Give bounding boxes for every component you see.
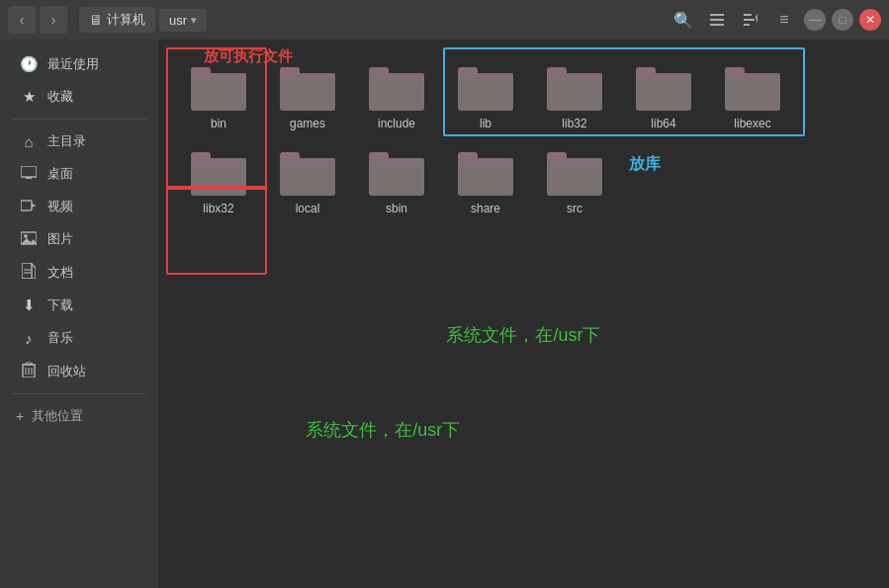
- svg-rect-0: [710, 14, 724, 16]
- breadcrumb: 🖥 计算机 usr ▾: [79, 7, 666, 33]
- folder-item-lib[interactable]: lib: [441, 55, 530, 140]
- folder-icon-sbin: [369, 150, 424, 198]
- folder-name-games: games: [290, 117, 325, 132]
- nav-back-button[interactable]: ‹: [8, 6, 36, 34]
- folder-item-libexec[interactable]: libexec: [708, 55, 797, 140]
- folder-icon-share: [458, 150, 513, 198]
- folder-item-share[interactable]: share: [441, 140, 530, 225]
- svg-rect-31: [369, 73, 424, 81]
- folder-item-local[interactable]: local: [263, 140, 352, 225]
- folder-name-bin: bin: [211, 117, 226, 132]
- svg-rect-58: [547, 158, 602, 166]
- window-minimize-button[interactable]: —: [804, 9, 826, 31]
- downloads-icon: ⬇: [20, 296, 38, 314]
- sidebar-item-desktop[interactable]: 桌面: [4, 158, 154, 190]
- sidebar-item-other-places[interactable]: + 其他位置: [0, 400, 158, 432]
- svg-rect-46: [191, 158, 246, 166]
- nav-forward-button[interactable]: ›: [40, 6, 67, 34]
- svg-rect-2: [710, 24, 724, 26]
- titlebar: ‹ › 🖥 计算机 usr ▾ 🔍 ≡: [0, 0, 889, 40]
- file-grid: bin games include: [174, 55, 873, 224]
- folder-name-include: include: [378, 117, 415, 132]
- sidebar-item-music[interactable]: ♪ 音乐: [4, 322, 154, 354]
- svg-rect-34: [458, 73, 513, 81]
- folder-name-local: local: [296, 202, 320, 217]
- svg-rect-4: [744, 19, 755, 21]
- sidebar-item-downloads[interactable]: ⬇ 下载: [4, 290, 154, 321]
- breadcrumb-dropdown-icon: ▾: [191, 14, 197, 27]
- svg-rect-14: [22, 263, 32, 279]
- svg-point-12: [24, 234, 28, 238]
- system-text: 系统文件，在/usr下: [446, 325, 600, 345]
- folder-icon-src: [547, 150, 602, 198]
- trash-icon: [20, 362, 38, 380]
- sidebar-item-recent[interactable]: 🕐 最近使用: [4, 48, 154, 80]
- svg-rect-7: [21, 166, 37, 177]
- search-button[interactable]: 🔍: [669, 6, 697, 34]
- svg-rect-9: [21, 201, 32, 210]
- breadcrumb-usr[interactable]: usr ▾: [159, 9, 207, 32]
- sidebar-item-documents[interactable]: 文档: [4, 256, 154, 289]
- documents-icon: [20, 263, 38, 282]
- folder-name-lib: lib: [480, 117, 491, 132]
- folder-item-bin[interactable]: bin: [174, 55, 263, 140]
- folder-item-src[interactable]: src: [530, 140, 619, 225]
- svg-rect-52: [369, 158, 424, 166]
- sidebar-item-favorites[interactable]: ★ 收藏: [4, 81, 154, 113]
- folder-icon-lib32: [547, 65, 602, 113]
- titlebar-actions: 🔍 ≡ — □ ✕: [669, 6, 881, 34]
- svg-rect-25: [191, 73, 246, 81]
- svg-marker-6: [756, 14, 757, 24]
- folder-name-libx32: libx32: [203, 202, 233, 217]
- breadcrumb-computer[interactable]: 🖥 计算机: [79, 7, 155, 33]
- svg-rect-37: [547, 73, 602, 81]
- svg-rect-55: [458, 158, 513, 166]
- folder-icon-lib: [458, 65, 513, 113]
- svg-rect-1: [710, 19, 724, 21]
- folder-name-src: src: [567, 202, 582, 217]
- star-icon: ★: [20, 88, 38, 106]
- desktop-icon: [20, 166, 38, 183]
- svg-marker-10: [32, 204, 37, 208]
- sidebar-item-home[interactable]: ⌂ 主目录: [4, 126, 154, 157]
- computer-icon: 🖥: [89, 12, 103, 28]
- folder-item-sbin[interactable]: sbin: [352, 140, 441, 225]
- folder-item-lib64[interactable]: lib64: [619, 55, 708, 140]
- svg-rect-5: [744, 24, 750, 26]
- svg-rect-8: [26, 177, 32, 179]
- main-area: 🕐 最近使用 ★ 收藏 ⌂ 主目录 桌面 视频 图片: [0, 40, 889, 588]
- system-annotation: 系统文件，在/usr下: [174, 323, 873, 347]
- folder-icon-lib64: [636, 65, 691, 113]
- view-sort-button[interactable]: [737, 6, 764, 34]
- window-maximize-button[interactable]: □: [832, 9, 853, 31]
- folder-item-games[interactable]: games: [263, 55, 352, 140]
- folder-item-include[interactable]: include: [352, 55, 441, 140]
- sidebar: 🕐 最近使用 ★ 收藏 ⌂ 主目录 桌面 视频 图片: [0, 40, 158, 588]
- folder-icon-include: [369, 65, 424, 113]
- svg-rect-43: [725, 73, 780, 81]
- folder-icon-libx32: [191, 150, 246, 198]
- sidebar-item-videos[interactable]: 视频: [4, 191, 154, 222]
- svg-rect-3: [744, 14, 752, 16]
- folder-icon-local: [280, 150, 335, 198]
- sidebar-divider-1: [12, 119, 146, 120]
- clock-icon: 🕐: [20, 55, 38, 73]
- view-list-button[interactable]: [703, 6, 731, 34]
- sidebar-item-pictures[interactable]: 图片: [4, 223, 154, 255]
- folder-item-lib32[interactable]: lib32: [530, 55, 619, 140]
- bottom-annotation: 系统文件，在/usr下: [306, 418, 460, 442]
- content-wrapper: bin games include: [174, 55, 873, 224]
- sidebar-divider-2: [12, 393, 146, 394]
- svg-rect-40: [636, 73, 691, 81]
- folder-name-share: share: [471, 202, 500, 217]
- folder-item-libx32[interactable]: libx32: [174, 140, 263, 225]
- folder-name-lib32: lib32: [562, 117, 586, 132]
- folder-name-libexec: libexec: [734, 117, 770, 132]
- home-icon: ⌂: [20, 133, 38, 150]
- folder-icon-bin: [191, 65, 246, 113]
- folder-icon-games: [280, 65, 335, 113]
- menu-button[interactable]: ≡: [770, 6, 798, 34]
- folder-icon-libexec: [725, 65, 780, 113]
- window-close-button[interactable]: ✕: [859, 9, 881, 31]
- sidebar-item-trash[interactable]: 回收站: [4, 355, 154, 387]
